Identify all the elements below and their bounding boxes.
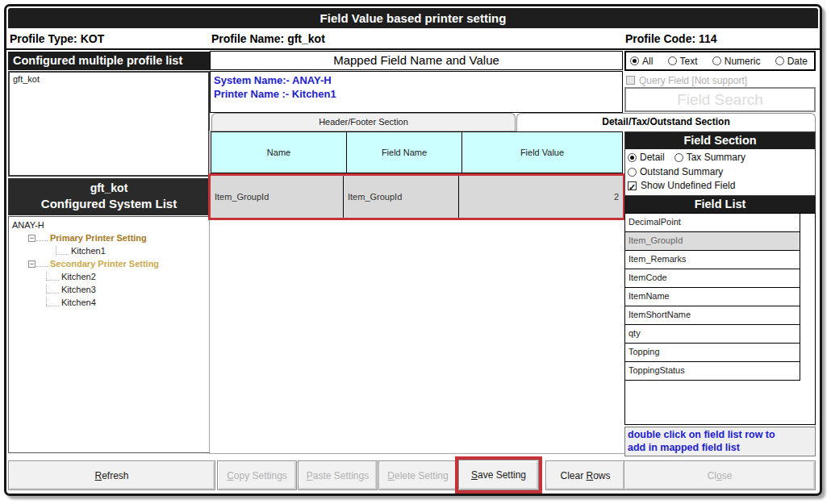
tab-detail-tax-outstand-section[interactable]: Detail/Tax/Outstand Section <box>516 113 816 131</box>
show-undefined-checkbox[interactable]: Show Undefined Field <box>628 179 812 193</box>
profile-list-item[interactable]: gft_kot <box>10 73 208 85</box>
system-list-header-title: Configured System List <box>8 196 210 212</box>
field-list-item[interactable]: ItemShortName <box>625 306 800 325</box>
tree-item-label: ANAY-H <box>12 220 44 230</box>
tree-item-label: Kitchen1 <box>71 246 106 256</box>
dialog-window: Field Value based printer setting Profil… <box>4 4 822 496</box>
field-list-item-label: Topping <box>628 347 660 356</box>
checkbox-icon <box>626 76 635 85</box>
field-section-radio[interactable]: Outstand Summary <box>628 165 723 179</box>
label-accel: o <box>716 470 722 481</box>
field-list-item[interactable]: Item_Remarks <box>625 251 800 269</box>
cell-field-value[interactable]: 2 <box>459 176 623 218</box>
system-tree[interactable]: ANAY-H Primary Printer Setting Kitchen1 … <box>8 216 210 453</box>
save-setting-button[interactable]: Save Setting <box>458 460 539 490</box>
tree-item-label: Kitchen3 <box>61 285 96 294</box>
tree-expander-icon[interactable] <box>28 235 35 242</box>
tree-item[interactable]: ANAY-H <box>9 219 209 231</box>
field-list-item-label: Item_GroupId <box>628 235 683 245</box>
field-section-panel: Field Section Detail Tax Summary <box>624 131 816 196</box>
label-part: efresh <box>102 470 128 481</box>
printer-name-line: Printer Name :- Kitchen1 <box>214 87 619 101</box>
tree-item[interactable]: Kitchen1 <box>9 244 209 257</box>
mapped-table-header: Name Field Name Field Value <box>211 131 623 173</box>
radio-label: All <box>642 56 653 67</box>
field-list-item[interactable]: ItemCode <box>625 269 800 288</box>
hint-line-1: double click on field list row to <box>628 428 812 441</box>
cell-name[interactable]: Item_GroupId <box>211 176 344 218</box>
field-list-header: Field List <box>624 196 816 213</box>
tree-item-label: Kitchen2 <box>61 272 96 281</box>
filter-radio[interactable]: Text <box>668 56 698 67</box>
field-list: DecimalPoint Item_GroupId Item_Remarks I… <box>624 213 816 425</box>
field-list-item-label: qty <box>628 328 641 338</box>
label-part: ave Setting <box>478 469 526 481</box>
field-list-item[interactable]: Item_GroupId <box>625 232 800 251</box>
paste-settings-button[interactable]: Paste Settings <box>298 460 378 490</box>
profile-list[interactable]: gft_kot <box>8 71 210 177</box>
refresh-button[interactable]: Refresh <box>8 460 215 490</box>
system-name-line: System Name:- ANAY-H <box>214 73 619 87</box>
tree-item[interactable]: Kitchen2 <box>9 270 209 283</box>
radio-label: Date <box>787 56 808 67</box>
mapped-table-row[interactable]: Item_GroupId Item_GroupId 2 <box>208 173 625 220</box>
label-accel: D <box>387 470 395 481</box>
filter-radio[interactable]: Numeric <box>712 56 761 67</box>
field-section-header: Field Section <box>625 132 815 149</box>
close-button[interactable]: Close <box>624 460 816 490</box>
radio-label: Outstand Summary <box>640 165 723 179</box>
tree-item[interactable]: Kitchen4 <box>9 296 209 309</box>
mapped-table-column-header: Name <box>211 132 347 173</box>
label-part: ows <box>593 470 610 481</box>
tree-item[interactable]: Secondary Printer Setting <box>9 257 209 270</box>
system-printer-info: System Name:- ANAY-H Printer Name :- Kit… <box>210 71 623 113</box>
copy-settings-button[interactable]: Copy Settings <box>217 460 297 490</box>
save-setting-highlight: Save Setting <box>455 456 542 494</box>
tree-connector <box>56 246 69 255</box>
tree-connector <box>46 298 59 306</box>
profile-code: Profile Code: 114 <box>625 32 717 45</box>
label-part: se <box>722 470 733 481</box>
label-accel: C <box>227 470 234 481</box>
profile-list-header: Configured multiple profile list <box>8 52 210 70</box>
tree-item-label: Kitchen4 <box>61 298 96 307</box>
tree-connector <box>46 272 59 281</box>
label-accel: P <box>307 470 313 481</box>
mapped-table: Item_GroupId Item_GroupId 2 <box>208 173 625 220</box>
radio-label: Text <box>680 56 698 67</box>
tree-item[interactable]: Kitchen3 <box>9 283 209 296</box>
field-section-radio[interactable]: Tax Summary <box>674 151 745 165</box>
label-part: elete Setting <box>395 470 449 481</box>
tree-connector <box>36 237 48 241</box>
field-search-input[interactable] <box>624 87 816 112</box>
field-list-item[interactable]: Topping <box>625 344 800 362</box>
radio-icon <box>674 153 683 162</box>
mapped-header: Mapped Field Name and Value <box>210 51 623 70</box>
tree-item[interactable]: Primary Printer Setting <box>9 231 209 244</box>
tree-item-label: Secondary Printer Setting <box>50 259 159 269</box>
system-list-header-profile: gft_kot <box>8 180 210 196</box>
field-list-item[interactable]: qty <box>625 325 800 344</box>
tree-expander-icon[interactable] <box>28 260 35 268</box>
radio-icon <box>628 168 637 177</box>
delete-setting-button[interactable]: Delete Setting <box>378 460 457 490</box>
field-section-radios: Detail Tax Summary Outstand Summary <box>628 151 812 179</box>
radio-icon <box>775 56 784 65</box>
profile-name: Profile Name: gft_kot <box>211 32 325 45</box>
query-field-label: Query Field [Not support] <box>639 75 747 86</box>
clear-rows-button[interactable]: Clear Rows <box>545 460 625 490</box>
field-list-item-label: ToppingStatus <box>628 365 685 375</box>
label-accel: R <box>94 470 102 481</box>
tab-header-footer-section[interactable]: Header/Footer Section <box>211 113 516 131</box>
radio-label: Numeric <box>725 56 761 67</box>
label-part: opy Settings <box>234 470 287 481</box>
field-list-item[interactable]: DecimalPoint <box>625 214 800 232</box>
filter-radio[interactable]: Date <box>775 56 808 67</box>
label-accel: S <box>471 469 478 481</box>
filter-radio[interactable]: All <box>630 56 653 67</box>
field-list-item[interactable]: ItemName <box>625 288 800 306</box>
field-list-item[interactable]: ToppingStatus <box>625 362 800 381</box>
cell-field-name[interactable]: Item_GroupId <box>344 176 459 218</box>
title-bar: Field Value based printer setting <box>8 8 818 28</box>
field-section-radio[interactable]: Detail <box>628 151 665 165</box>
